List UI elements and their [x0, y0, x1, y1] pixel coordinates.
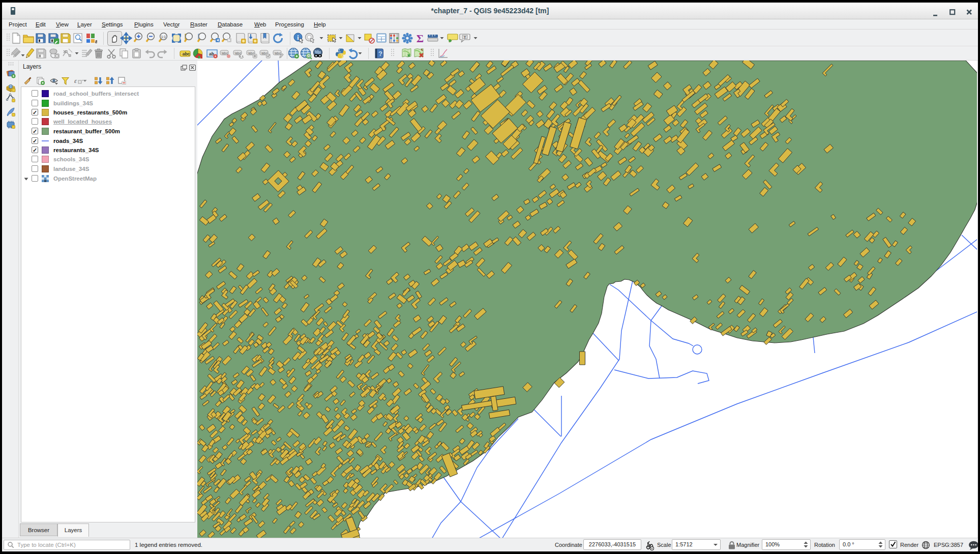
- svg-text:a: a: [95, 39, 97, 44]
- svg-text:1:1: 1:1: [161, 35, 166, 39]
- svg-text:abc: abc: [235, 51, 241, 55]
- svg-text:Σ: Σ: [417, 32, 424, 44]
- svg-text:abc: abc: [275, 51, 281, 55]
- svg-text:?: ?: [378, 50, 382, 57]
- svg-text:ε: ε: [74, 77, 77, 84]
- svg-text:abc: abc: [222, 51, 228, 55]
- svg-text:Q: Q: [307, 54, 310, 59]
- svg-text:abc: abc: [183, 51, 190, 56]
- svg-text:ab: ab: [209, 51, 214, 56]
- svg-text:T: T: [464, 35, 466, 40]
